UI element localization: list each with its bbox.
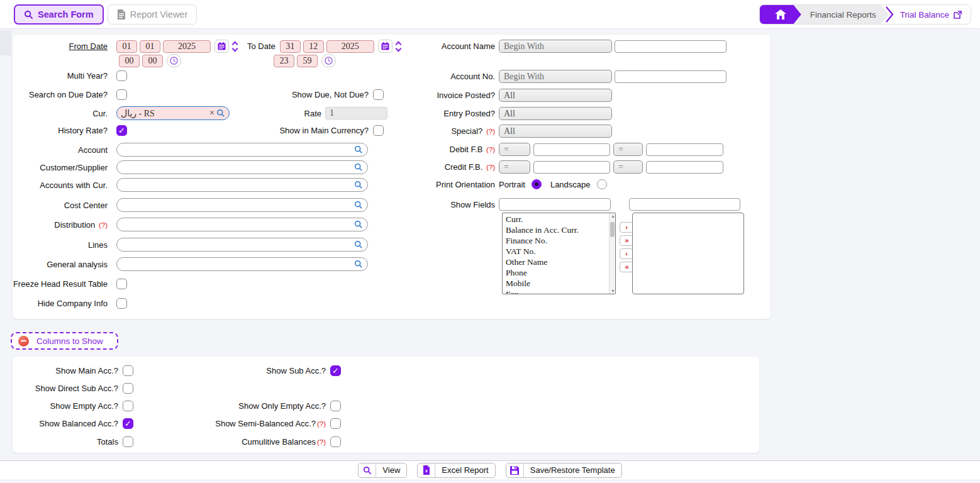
selected-fields-filter-input[interactable] bbox=[629, 198, 740, 211]
save-restore-template-button[interactable]: Save/Restore Template bbox=[506, 463, 622, 478]
help-hint[interactable]: (?) bbox=[486, 128, 495, 135]
account-input[interactable] bbox=[121, 144, 354, 155]
from-time-hour[interactable]: 00 bbox=[119, 55, 140, 67]
calendar-icon[interactable] bbox=[214, 40, 229, 53]
collapsed-side-panel[interactable] bbox=[0, 30, 11, 55]
credit-fb-value1-input[interactable] bbox=[533, 161, 610, 174]
scrollbar-thumb[interactable] bbox=[610, 222, 615, 237]
list-option[interactable]: Curr. bbox=[503, 214, 615, 225]
list-option[interactable]: Other Name bbox=[503, 257, 615, 267]
multi-year-checkbox[interactable] bbox=[116, 70, 127, 81]
chevron-down-icon[interactable] bbox=[232, 45, 238, 52]
credit-fb-value2-input[interactable] bbox=[646, 161, 723, 174]
debit-fb-op2-select[interactable]: = bbox=[613, 143, 643, 156]
account-no-operator-select[interactable]: Begin With bbox=[499, 70, 612, 83]
from-time-minute[interactable]: 00 bbox=[142, 55, 163, 67]
show-in-main-currency-checkbox[interactable] bbox=[373, 125, 384, 136]
show-empty-acc-checkbox[interactable] bbox=[123, 401, 133, 411]
move-all-right-button[interactable]: » bbox=[620, 235, 633, 246]
list-option[interactable]: VAT No. bbox=[503, 246, 615, 257]
distribution-lookup[interactable] bbox=[116, 218, 368, 231]
distribution-input[interactable] bbox=[121, 219, 354, 230]
from-date-label[interactable]: From Date bbox=[13, 42, 112, 51]
list-option[interactable]: Balance in Acc. Curr. bbox=[503, 225, 615, 235]
to-time-hour[interactable]: 23 bbox=[274, 55, 294, 67]
list-option[interactable]: Mobile bbox=[503, 278, 615, 289]
scroll-down-icon[interactable]: ▼ bbox=[611, 289, 615, 293]
view-button[interactable]: View bbox=[358, 463, 407, 478]
show-main-acc-checkbox[interactable] bbox=[123, 365, 133, 376]
to-date-month[interactable]: 12 bbox=[303, 40, 324, 53]
show-only-empty-acc-checkbox[interactable] bbox=[330, 401, 341, 411]
special-select[interactable]: All bbox=[499, 125, 612, 138]
customer-supplier-input[interactable] bbox=[121, 162, 354, 173]
lines-input[interactable] bbox=[121, 239, 354, 250]
date-spinner[interactable] bbox=[233, 42, 237, 51]
invoice-posted-select[interactable]: All bbox=[499, 89, 612, 102]
clock-icon[interactable] bbox=[321, 54, 336, 67]
external-link-icon[interactable] bbox=[954, 11, 962, 19]
general-analysis-lookup[interactable] bbox=[116, 257, 368, 271]
cost-center-lookup[interactable] bbox=[116, 198, 368, 212]
tab-report-viewer[interactable]: Report Viewer bbox=[108, 4, 198, 25]
show-semi-balanced-acc-checkbox[interactable] bbox=[330, 418, 341, 429]
excel-report-button[interactable]: x Excel Report bbox=[417, 463, 495, 478]
available-fields-list[interactable]: Curr.Balance in Acc. Curr.Finance No.VAT… bbox=[502, 213, 616, 294]
list-option[interactable]: Finance No. bbox=[503, 235, 615, 246]
from-date-month[interactable]: 01 bbox=[140, 40, 160, 53]
hide-company-info-checkbox[interactable] bbox=[116, 298, 127, 309]
to-date-year[interactable]: 2025 bbox=[326, 40, 374, 53]
history-rate-checkbox[interactable] bbox=[116, 125, 127, 136]
columns-to-show-button[interactable]: Columns to Show bbox=[11, 332, 118, 350]
search-on-due-date-checkbox[interactable] bbox=[116, 89, 127, 100]
account-lookup[interactable] bbox=[116, 143, 368, 157]
from-date-day[interactable]: 01 bbox=[116, 40, 137, 53]
help-hint[interactable]: (?) bbox=[317, 420, 326, 428]
help-hint[interactable]: (?) bbox=[486, 164, 495, 171]
list-option[interactable]: Fax bbox=[503, 289, 615, 294]
show-balanced-acc-checkbox[interactable] bbox=[123, 418, 133, 429]
accounts-with-cur-lookup[interactable] bbox=[116, 178, 368, 192]
accounts-with-cur-input[interactable] bbox=[121, 179, 354, 191]
help-hint[interactable]: (?) bbox=[317, 438, 326, 446]
debit-fb-value1-input[interactable] bbox=[533, 143, 610, 156]
clock-icon[interactable] bbox=[167, 54, 181, 67]
totals-checkbox[interactable] bbox=[123, 436, 133, 447]
move-left-button[interactable]: ‹ bbox=[620, 248, 633, 259]
credit-fb-op1-select[interactable]: = bbox=[499, 160, 530, 174]
selected-fields-list[interactable] bbox=[632, 213, 744, 294]
credit-fb-op2-select[interactable]: = bbox=[613, 160, 643, 174]
debit-fb-value2-input[interactable] bbox=[646, 143, 723, 156]
breadcrumb-item-trial-balance[interactable]: Trial Balance bbox=[894, 5, 971, 24]
lines-lookup[interactable] bbox=[116, 238, 368, 252]
breadcrumb-item-financial-reports[interactable]: Financial Reports bbox=[794, 5, 889, 24]
to-date-day[interactable]: 31 bbox=[280, 40, 301, 53]
portrait-radio[interactable] bbox=[532, 179, 542, 189]
tab-search-form[interactable]: Search Form bbox=[14, 4, 104, 25]
landscape-radio[interactable] bbox=[597, 179, 607, 189]
scroll-up-icon[interactable]: ▲ bbox=[611, 214, 615, 218]
from-date-year[interactable]: 2025 bbox=[163, 40, 211, 53]
account-no-input[interactable] bbox=[615, 70, 727, 83]
account-name-input[interactable] bbox=[615, 40, 727, 53]
breadcrumb-home[interactable] bbox=[760, 5, 801, 24]
show-due-not-due-checkbox[interactable] bbox=[373, 89, 384, 100]
customer-supplier-lookup[interactable] bbox=[116, 160, 368, 174]
freeze-head-result-table-checkbox[interactable] bbox=[116, 279, 127, 289]
debit-fb-op1-select[interactable]: = bbox=[499, 143, 530, 156]
move-all-left-button[interactable]: « bbox=[620, 262, 633, 272]
list-scrollbar[interactable]: ▲ ▼ bbox=[609, 213, 615, 294]
to-time-minute[interactable]: 59 bbox=[297, 55, 318, 67]
show-direct-sub-acc-checkbox[interactable] bbox=[123, 383, 133, 394]
list-option[interactable]: Phone bbox=[503, 267, 615, 278]
move-right-button[interactable]: › bbox=[620, 222, 633, 233]
help-hint[interactable]: (?) bbox=[486, 146, 495, 153]
cost-center-input[interactable] bbox=[121, 199, 354, 211]
help-hint[interactable]: (?) bbox=[99, 221, 108, 229]
entry-posted-select[interactable]: All bbox=[499, 107, 612, 120]
account-name-operator-select[interactable]: Begin With bbox=[499, 40, 612, 53]
show-fields-filter-input[interactable] bbox=[499, 198, 611, 211]
show-sub-acc-checkbox[interactable] bbox=[330, 365, 341, 376]
cumulitive-balances-checkbox[interactable] bbox=[330, 436, 341, 447]
general-analysis-input[interactable] bbox=[121, 258, 354, 270]
